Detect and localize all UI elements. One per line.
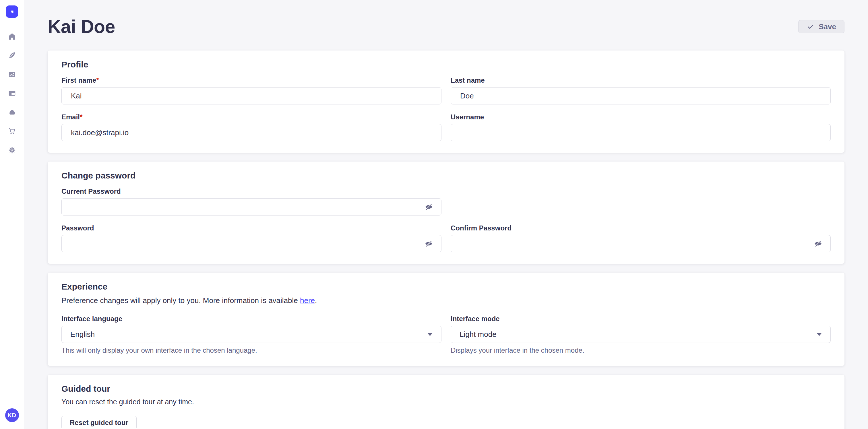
interface-mode-select[interactable]: Light mode bbox=[451, 326, 831, 343]
eye-slash-icon bbox=[425, 203, 433, 211]
chevron-down-icon bbox=[817, 333, 822, 336]
main-content: Kai Doe Save Profile First name* Last na… bbox=[24, 0, 868, 429]
profile-fields-grid: First name* Last name Email* Username bbox=[61, 76, 831, 141]
interface-mode-label: Interface mode bbox=[451, 315, 831, 323]
sidebar-footer: KD bbox=[0, 403, 24, 429]
profile-card: Profile First name* Last name Email* Use… bbox=[48, 51, 844, 153]
sidebar-nav bbox=[6, 23, 18, 403]
user-avatar[interactable]: KD bbox=[5, 408, 19, 422]
interface-language-label: Interface language bbox=[61, 315, 441, 323]
confirm-password-input[interactable] bbox=[451, 235, 831, 252]
change-password-card: Change password Current Password bbox=[48, 162, 844, 264]
confirm-password-label: Confirm Password bbox=[451, 224, 831, 232]
confirm-password-field: Confirm Password bbox=[451, 224, 831, 252]
username-label: Username bbox=[451, 113, 831, 121]
sidebar-item-deploy[interactable] bbox=[6, 106, 18, 118]
change-password-card-title: Change password bbox=[61, 171, 831, 180]
interface-language-field: Interface language English This will onl… bbox=[61, 315, 441, 354]
logo-container bbox=[6, 0, 18, 23]
sidebar-item-marketplace[interactable] bbox=[6, 125, 18, 137]
save-button-label: Save bbox=[818, 22, 836, 31]
experience-card-title: Experience bbox=[61, 282, 831, 292]
username-field: Username bbox=[451, 113, 831, 141]
sidebar-item-home[interactable] bbox=[6, 31, 18, 42]
last-name-label: Last name bbox=[451, 76, 831, 85]
new-password-input[interactable] bbox=[61, 235, 441, 252]
email-label: Email* bbox=[61, 113, 441, 121]
email-field: Email* bbox=[61, 113, 441, 141]
current-password-field: Current Password bbox=[61, 187, 441, 216]
eye-slash-icon bbox=[814, 239, 823, 248]
sidebar-item-media-library[interactable] bbox=[6, 69, 18, 80]
page-header: Kai Doe Save bbox=[48, 0, 844, 37]
home-icon bbox=[8, 32, 17, 41]
guided-tour-card: Guided tour You can reset the guided tou… bbox=[48, 375, 844, 429]
interface-mode-value: Light mode bbox=[460, 330, 497, 339]
new-password-field: Password bbox=[61, 224, 441, 252]
feather-icon bbox=[8, 51, 17, 60]
sidebar-item-content-manager[interactable] bbox=[6, 50, 18, 61]
settings-gear-icon bbox=[8, 146, 17, 154]
first-name-label: First name* bbox=[61, 76, 441, 85]
first-name-field: First name* bbox=[61, 76, 441, 104]
app-root: KD Kai Doe Save Profile First name* bbox=[0, 0, 868, 429]
guided-tour-description: You can reset the guided tour at any tim… bbox=[61, 398, 831, 406]
current-password-input[interactable] bbox=[61, 198, 441, 216]
more-information-link[interactable]: here bbox=[300, 296, 315, 305]
toggle-new-password-visibility-button[interactable] bbox=[423, 237, 435, 250]
interface-language-select[interactable]: English bbox=[61, 326, 441, 343]
sidebar-item-content-type-builder[interactable] bbox=[6, 88, 18, 99]
required-asterisk: * bbox=[80, 113, 82, 121]
experience-card: Experience Preference changes will apply… bbox=[48, 273, 844, 366]
cloud-icon bbox=[8, 108, 17, 117]
username-input[interactable] bbox=[451, 124, 831, 141]
sidebar: KD bbox=[0, 0, 24, 429]
marketplace-cart-icon bbox=[8, 127, 17, 135]
required-asterisk: * bbox=[96, 76, 99, 84]
last-name-input[interactable] bbox=[451, 87, 831, 104]
chevron-down-icon bbox=[427, 333, 433, 336]
interface-language-value: English bbox=[70, 330, 95, 339]
page-title: Kai Doe bbox=[48, 16, 115, 37]
first-name-input[interactable] bbox=[61, 87, 441, 104]
strapi-logo-glyph bbox=[8, 8, 16, 15]
toggle-current-password-visibility-button[interactable] bbox=[423, 201, 435, 213]
media-library-icon bbox=[8, 70, 17, 78]
experience-fields-grid: Interface language English This will onl… bbox=[61, 315, 831, 354]
interface-language-hint: This will only display your own interfac… bbox=[61, 346, 441, 354]
experience-description: Preference changes will apply only to yo… bbox=[61, 296, 831, 305]
toggle-confirm-password-visibility-button[interactable] bbox=[812, 237, 825, 250]
interface-mode-field: Interface mode Light mode Displays your … bbox=[451, 315, 831, 354]
email-input[interactable] bbox=[61, 124, 441, 141]
profile-card-title: Profile bbox=[61, 60, 831, 69]
reset-guided-tour-button[interactable]: Reset guided tour bbox=[61, 416, 136, 429]
change-password-grid: Current Password Password bbox=[61, 187, 831, 252]
current-password-label: Current Password bbox=[61, 187, 441, 195]
eye-slash-icon bbox=[425, 239, 433, 248]
check-icon bbox=[807, 23, 815, 31]
layout-icon bbox=[8, 89, 17, 98]
strapi-logo-icon[interactable] bbox=[6, 5, 18, 18]
sidebar-item-settings[interactable] bbox=[6, 144, 18, 156]
guided-tour-card-title: Guided tour bbox=[61, 384, 831, 394]
last-name-field: Last name bbox=[451, 76, 831, 104]
save-button[interactable]: Save bbox=[798, 20, 844, 33]
new-password-label: Password bbox=[61, 224, 441, 232]
interface-mode-hint: Displays your interface in the chosen mo… bbox=[451, 346, 831, 354]
